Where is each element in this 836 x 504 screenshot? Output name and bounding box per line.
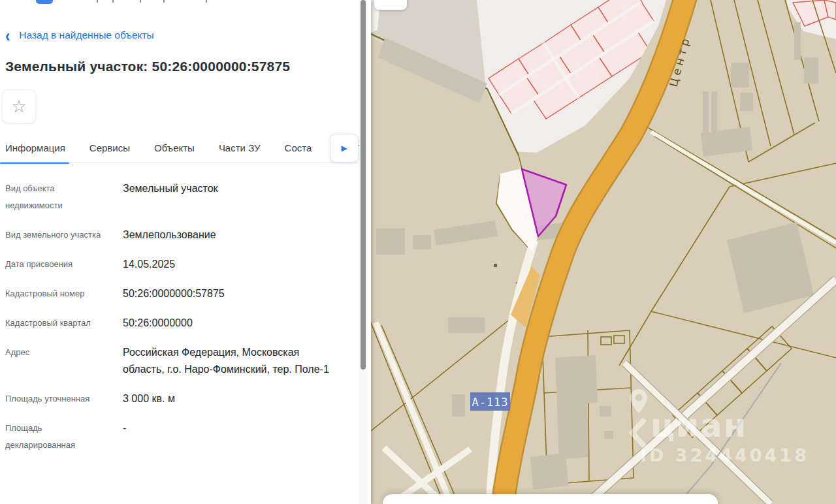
tab-bar: ИнформацияСервисыОбъектыЧасти ЗУСоста [5, 134, 312, 163]
cropped-text-tick [140, 0, 141, 3]
cropped-text-tick [163, 0, 165, 3]
screen: ‹ Назад в найденные объекты Земельный уч… [0, 0, 836, 504]
info-row: Площадь декларированная - [5, 420, 357, 454]
field-value: 50:26:0000000 [123, 315, 344, 332]
favorite-button[interactable]: ☆ [2, 89, 36, 123]
field-label: Площадь декларированная [5, 420, 123, 454]
field-label: Площадь уточненная [5, 390, 123, 407]
tab[interactable]: Информация [5, 134, 65, 163]
object-info-panel: ‹ Назад в найденные объекты Земельный уч… [0, 0, 371, 504]
tab[interactable]: Сервисы [89, 134, 130, 163]
field-label: Вид объекта недвижимости [5, 180, 123, 214]
watermark-brand: циан [651, 407, 747, 445]
map-corner-button[interactable] [374, 0, 407, 10]
field-value: 3 000 кв. м [123, 390, 344, 407]
field-value: Земельный участок [123, 180, 344, 214]
info-row: Адрес Российская Федерация, Московская о… [5, 344, 357, 378]
field-value: Российская Федерация, Московская область… [123, 344, 344, 378]
logo-fragment [36, 0, 53, 4]
cropped-text-tick [112, 0, 114, 3]
field-value: 14.05.2025 [123, 256, 344, 273]
back-link[interactable]: ‹ Назад в найденные объекты [5, 29, 154, 41]
field-label: Адрес [5, 344, 123, 378]
tab[interactable]: Части ЗУ [219, 134, 261, 163]
field-label: Дата присвоения [5, 256, 123, 273]
info-fields: Вид объекта недвижимости Земельный участ… [5, 180, 357, 466]
back-link-label: Назад в найденные объекты [19, 29, 153, 41]
field-label: Кадастровый номер [5, 285, 123, 302]
tab[interactable]: Соста [285, 134, 312, 163]
page-title: Земельный участок: 50:26:0000000:57875 [5, 59, 290, 74]
field-value: - [123, 420, 344, 454]
map-dot [494, 264, 497, 267]
info-row: Вид объекта недвижимости Земельный участ… [5, 180, 357, 214]
star-icon: ☆ [11, 97, 26, 117]
tabs-scroll-right-button[interactable]: ▶ [330, 134, 359, 163]
field-value: 50:26:0000000:57875 [123, 285, 344, 302]
back-chevron-icon: ‹ [5, 29, 10, 42]
triangle-right-icon: ▶ [341, 144, 347, 153]
info-row: Вид земельного участка Землепользование [5, 227, 357, 244]
field-label: Вид земельного участка [5, 227, 123, 244]
tabs-divider [0, 163, 361, 163]
map-canvas[interactable]: Центр А-113 циан ID 324440418 [371, 0, 836, 504]
tab[interactable]: Объекты [154, 134, 195, 163]
cropped-text-tick [206, 0, 207, 3]
field-label: Кадастровый квартал [5, 315, 123, 332]
panel-scrollbar[interactable] [359, 0, 367, 504]
route-badge: А-113 [470, 392, 510, 411]
route-badge-text: А-113 [472, 396, 508, 409]
field-value: Землепользование [123, 227, 344, 244]
cropped-text-tick [97, 0, 98, 3]
scrollbar-thumb[interactable] [361, 0, 366, 370]
info-row: Площадь уточненная 3 000 кв. м [5, 390, 357, 407]
info-row: Кадастровый номер 50:26:0000000:57875 [5, 285, 357, 302]
info-row: Кадастровый квартал 50:26:0000000 [5, 315, 357, 332]
watermark-id: ID 324440418 [640, 445, 809, 465]
cadastral-map[interactable]: Центр А-113 циан ID 324440418 [371, 0, 836, 504]
map-bottom-card[interactable] [383, 494, 718, 504]
info-row: Дата присвоения 14.05.2025 [5, 256, 357, 273]
